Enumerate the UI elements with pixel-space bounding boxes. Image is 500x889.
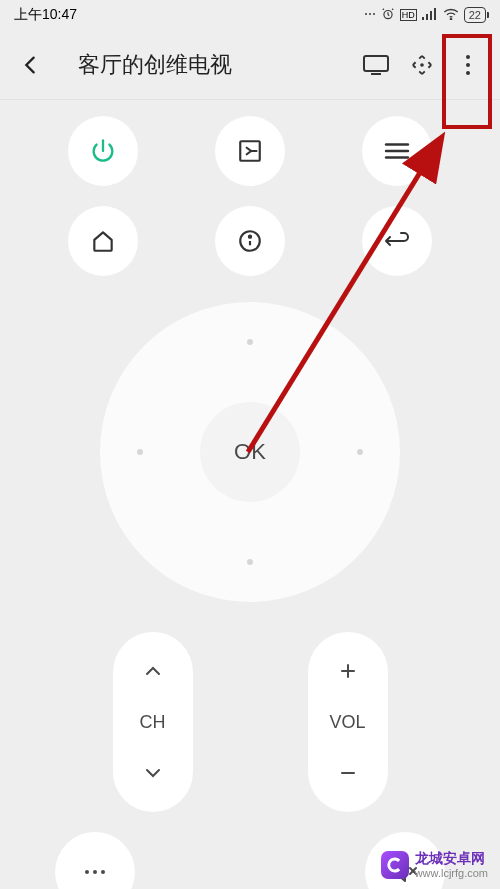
pill-row: CH VOL: [0, 632, 500, 812]
channel-up-button[interactable]: [113, 632, 193, 710]
watermark: 龙城安卓网 www.lcjrfg.com: [381, 851, 488, 879]
dots-icon: [364, 7, 376, 23]
channel-rocker: CH: [113, 632, 193, 812]
home-button[interactable]: [68, 206, 138, 276]
svg-point-12: [466, 55, 470, 59]
dpad-container: OK: [0, 292, 500, 632]
svg-point-11: [421, 64, 423, 66]
volume-label: VOL: [308, 710, 388, 735]
fullscreen-button[interactable]: [404, 47, 440, 83]
svg-point-13: [466, 63, 470, 67]
status-right: HD 22: [364, 7, 486, 24]
channel-label: CH: [113, 710, 193, 735]
alarm-icon: [381, 7, 395, 24]
svg-point-2: [373, 13, 375, 15]
input-button[interactable]: [215, 116, 285, 186]
control-row-2: [0, 202, 500, 292]
svg-point-20: [249, 236, 251, 238]
watermark-title: 龙城安卓网: [415, 851, 488, 866]
svg-point-14: [466, 71, 470, 75]
power-button[interactable]: [68, 116, 138, 186]
svg-point-8: [450, 19, 451, 20]
svg-rect-5: [426, 14, 428, 20]
dpad[interactable]: OK: [100, 302, 400, 602]
status-time: 上午10:47: [14, 6, 77, 24]
dpad-left-indicator: [137, 449, 143, 455]
dpad-down-indicator: [247, 559, 253, 565]
svg-rect-4: [422, 17, 424, 20]
signal-icon: [422, 7, 438, 23]
hd-icon: HD: [400, 9, 417, 21]
svg-point-0: [365, 13, 367, 15]
projection-button[interactable]: [358, 47, 394, 83]
volume-rocker: VOL: [308, 632, 388, 812]
info-button[interactable]: [215, 206, 285, 276]
page-title: 客厅的创维电视: [78, 50, 348, 80]
control-row-1: [0, 100, 500, 202]
battery-icon: 22: [464, 7, 486, 23]
channel-down-button[interactable]: [113, 735, 193, 813]
more-options-button[interactable]: [450, 47, 486, 83]
status-bar: 上午10:47 HD 22: [0, 0, 500, 30]
svg-point-25: [85, 870, 89, 874]
header: 客厅的创维电视: [0, 30, 500, 100]
volume-up-button[interactable]: [308, 632, 388, 710]
svg-point-27: [101, 870, 105, 874]
return-button[interactable]: [362, 206, 432, 276]
wifi-icon: [443, 7, 459, 23]
svg-point-1: [369, 13, 371, 15]
ok-button[interactable]: OK: [200, 402, 300, 502]
volume-down-button[interactable]: [308, 735, 388, 813]
dpad-up-indicator: [247, 339, 253, 345]
watermark-url: www.lcjrfg.com: [415, 867, 488, 879]
svg-rect-9: [364, 56, 388, 71]
svg-rect-7: [434, 8, 436, 20]
svg-rect-6: [430, 11, 432, 20]
watermark-logo-icon: [381, 851, 409, 879]
menu-button[interactable]: [362, 116, 432, 186]
back-button[interactable]: [12, 47, 48, 83]
dpad-right-indicator: [357, 449, 363, 455]
svg-point-26: [93, 870, 97, 874]
more-button[interactable]: [55, 832, 135, 889]
